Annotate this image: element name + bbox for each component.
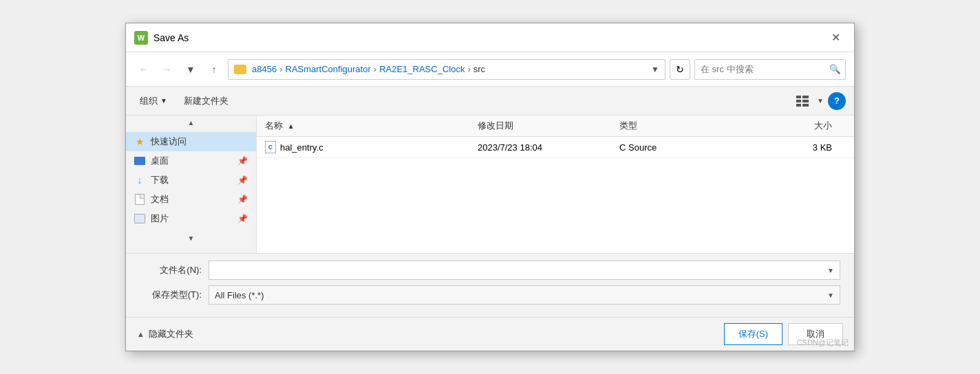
column-date: 修改日期	[478, 120, 619, 132]
pin-icon-pictures: 📌	[237, 214, 248, 223]
column-type: 类型	[619, 120, 761, 132]
sidebar-item-documents[interactable]: 文档 📌	[126, 190, 256, 209]
app-icon: W	[134, 31, 148, 45]
watermark: CSDN@记笔记	[797, 338, 849, 348]
view-button[interactable]	[792, 91, 813, 111]
filetype-label: 保存类型(T):	[140, 289, 202, 301]
breadcrumb-bar: a8456 › RASmartConfigurator › RA2E1_RASC…	[228, 59, 665, 80]
organize-button[interactable]: 组织 ▼	[134, 92, 173, 110]
sort-icon: ▲	[288, 122, 295, 130]
file-icon-cell: hal_entry.c	[265, 141, 478, 153]
breadcrumb-a8456[interactable]: a8456	[252, 64, 277, 74]
breadcrumb-ra2e1[interactable]: RA2E1_RASC_Clock	[379, 64, 465, 74]
sidebar-item-desktop[interactable]: 桌面 📌	[126, 151, 256, 170]
column-name[interactable]: 名称 ▲	[265, 120, 478, 132]
search-bar: 🔍	[694, 59, 846, 80]
filetype-dropdown-button[interactable]: ▼	[821, 285, 840, 305]
star-icon: ★	[134, 136, 145, 147]
filename-field-wrapper: ▼	[209, 261, 840, 280]
desktop-icon	[134, 155, 145, 166]
filetype-field-wrapper: ▼	[209, 285, 840, 305]
toggle-arrow-icon: ▲	[137, 330, 145, 338]
sidebar-item-quickaccess[interactable]: ★ 快速访问	[126, 132, 256, 151]
close-button[interactable]: ✕	[825, 30, 846, 46]
filetype-input	[209, 285, 840, 305]
sidebar-scroll-down[interactable]: ▼	[126, 231, 256, 245]
action-bar: ▲ 隐藏文件夹 保存(S) 取消	[126, 317, 854, 351]
filetype-row: 保存类型(T): ▼	[140, 285, 840, 305]
svg-rect-4	[796, 104, 801, 107]
title-bar: W Save As ✕	[126, 23, 854, 52]
filename-dropdown-button[interactable]: ▼	[821, 261, 840, 280]
file-date: 2023/7/23 18:04	[478, 142, 619, 153]
back-button[interactable]: ←	[134, 60, 153, 79]
title-bar-left: W Save As	[134, 31, 189, 45]
sidebar-item-download[interactable]: ↓ 下载 📌	[126, 170, 256, 190]
file-row-hal-entry[interactable]: hal_entry.c 2023/7/23 18:04 C Source 3 K…	[257, 137, 854, 158]
quick-access-section: ★ 快速访问 桌面 📌 ↓ 下载 📌	[126, 129, 256, 231]
sidebar-scroll-up[interactable]: ▲	[126, 116, 256, 129]
dropdown-recent-button[interactable]: ▼	[181, 60, 200, 79]
dialog-title: Save As	[153, 32, 189, 43]
save-as-dialog: W Save As ✕ ← → ▼ ↑ a8456 › RASmartConfi…	[125, 23, 855, 351]
save-button[interactable]: 保存(S)	[724, 323, 782, 345]
svg-rect-0	[796, 96, 801, 98]
download-icon: ↓	[134, 175, 145, 186]
file-list-header: 名称 ▲ 修改日期 类型 大小	[257, 116, 854, 137]
search-icon-button[interactable]: 🔍	[824, 60, 845, 79]
svg-rect-5	[802, 104, 809, 107]
help-button[interactable]: ?	[828, 92, 846, 110]
up-button[interactable]: ↑	[204, 60, 224, 79]
svg-rect-3	[802, 100, 809, 102]
breadcrumb-src[interactable]: src	[473, 64, 485, 74]
view-dropdown-icon: ▼	[817, 97, 824, 104]
file-list: 名称 ▲ 修改日期 类型 大小 hal_entry.c 2023/7/23 18…	[257, 116, 854, 253]
filename-label: 文件名(N):	[140, 264, 202, 276]
bottom-form: 文件名(N): ▼ 保存类型(T): ▼	[126, 253, 854, 317]
breadcrumb-rasmart[interactable]: RASmartConfigurator	[286, 64, 371, 74]
svg-rect-1	[802, 96, 809, 98]
c-source-icon	[265, 141, 276, 153]
organize-dropdown-icon: ▼	[160, 97, 167, 104]
address-bar: ← → ▼ ↑ a8456 › RASmartConfigurator › RA…	[126, 52, 854, 87]
folder-icon	[234, 65, 246, 74]
forward-button[interactable]: →	[158, 60, 177, 79]
pin-icon-desktop: 📌	[237, 156, 248, 166]
pin-icon-download: 📌	[237, 175, 248, 185]
filename-row: 文件名(N): ▼	[140, 261, 840, 280]
content-area: ▲ ★ 快速访问 桌面 📌 ↓ 下载 📌	[126, 116, 854, 253]
new-folder-button[interactable]: 新建文件夹	[178, 92, 234, 110]
file-size: 3 KB	[761, 142, 846, 153]
documents-icon	[134, 194, 145, 205]
breadcrumb-dropdown-button[interactable]: ▼	[651, 65, 659, 74]
sidebar: ▲ ★ 快速访问 桌面 📌 ↓ 下载 📌	[126, 116, 257, 253]
column-size: 大小	[761, 120, 846, 132]
pictures-icon	[134, 213, 145, 224]
pin-icon-documents: 📌	[237, 195, 248, 204]
file-type: C Source	[619, 142, 761, 153]
refresh-button[interactable]: ↻	[670, 59, 690, 80]
hidden-folder-toggle[interactable]: ▲ 隐藏文件夹	[137, 328, 193, 340]
filename-input[interactable]	[209, 261, 840, 280]
svg-rect-2	[796, 100, 801, 102]
sidebar-item-pictures[interactable]: 图片 📌	[126, 209, 256, 228]
toolbar: 组织 ▼ 新建文件夹 ▼ ?	[126, 87, 854, 116]
search-input[interactable]	[695, 64, 824, 74]
